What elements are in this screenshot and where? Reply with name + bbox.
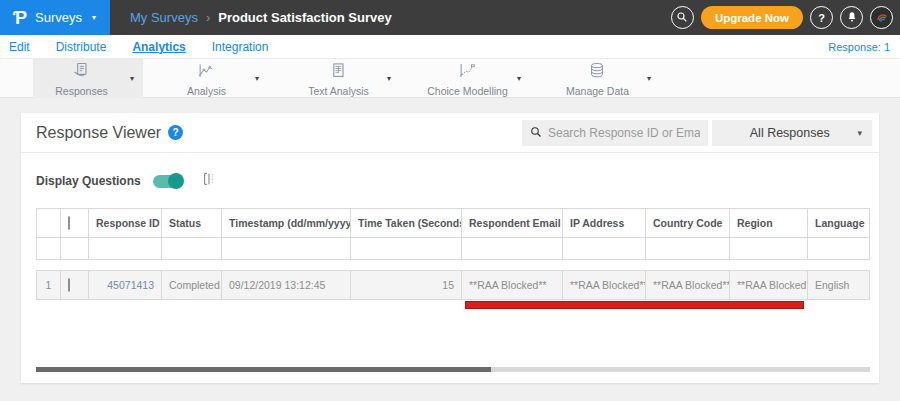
chevron-down-icon[interactable]: ▾ [647, 74, 660, 83]
cell-region: **RAA Blocked** [730, 270, 808, 300]
dropdown-selected-value: All Responses [722, 126, 857, 140]
chevron-down-icon: ▾ [857, 128, 862, 138]
toolbar-item-responses[interactable]: Responses ▾ [33, 59, 143, 98]
horizontal-scrollbar[interactable] [36, 367, 870, 372]
toolbar-item-text-analysis[interactable]: Text Analysis ▾ [290, 59, 400, 98]
question-icon: ? [818, 12, 825, 24]
table-header-row: Response ID▾ Status Timestamp (dd/mm/yyy… [36, 208, 870, 238]
responses-filter-dropdown[interactable]: All Responses ▾ [712, 120, 872, 146]
filter-cell[interactable] [222, 238, 351, 260]
response-id-link[interactable]: 45071413 [107, 279, 154, 291]
responses-table: Response ID▾ Status Timestamp (dd/mm/yyy… [36, 208, 870, 300]
chevron-down-icon[interactable]: ▾ [517, 74, 530, 83]
col-time-taken[interactable]: Time Taken (Seconds)⇅ [351, 208, 462, 238]
tab-edit[interactable]: Edit [9, 40, 30, 54]
toggle-knob [168, 173, 184, 189]
breadcrumb-my-surveys[interactable]: My Surveys [130, 10, 198, 25]
breadcrumb-separator: › [206, 10, 210, 25]
analysis-icon [196, 61, 216, 85]
filter-cell[interactable] [162, 238, 222, 260]
col-label: Region [737, 217, 773, 229]
display-questions-toggle[interactable] [153, 175, 183, 188]
columns-icon [201, 171, 217, 191]
filter-cell[interactable] [646, 238, 730, 260]
toolbar-label: Manage Data [566, 86, 629, 97]
cell-response-id[interactable]: 45071413 [89, 270, 162, 300]
search-input[interactable] [548, 126, 700, 140]
database-icon [587, 61, 607, 85]
col-label: Response ID [96, 217, 160, 229]
cell-country-code: **RAA Blocked** [646, 270, 730, 300]
col-country-code[interactable]: Country Code [646, 208, 730, 238]
filter-cell[interactable] [563, 238, 646, 260]
survey-nav: Edit Distribute Analytics Integration Re… [0, 35, 900, 59]
filter-cell[interactable] [730, 238, 808, 260]
tab-analytics[interactable]: Analytics [132, 40, 185, 54]
row-checkbox[interactable] [68, 278, 70, 292]
filter-row [36, 238, 870, 260]
col-ip-address[interactable]: IP Address [563, 208, 646, 238]
toolbar-analysis-main[interactable]: Analysis [158, 61, 255, 97]
col-region[interactable]: Region [730, 208, 808, 238]
analytics-toolbar: Responses ▾ Analysis ▾ Text Analysis ▾ [0, 59, 900, 98]
toolbar-manage-data-main[interactable]: Manage Data [548, 61, 647, 97]
notifications-button[interactable] [840, 6, 863, 29]
toolbar-responses-main[interactable]: Responses [33, 61, 130, 97]
response-count: Response: 1 [828, 41, 890, 53]
chevron-down-icon[interactable]: ▾ [387, 74, 400, 83]
page-title: Response Viewer [36, 124, 161, 142]
tab-integration[interactable]: Integration [212, 40, 269, 54]
col-label: Time Taken (Seconds) [358, 217, 462, 229]
toolbar-label: Text Analysis [308, 86, 369, 97]
cell-respondent-email: **RAA Blocked** [462, 270, 563, 300]
table-controls: Display Questions [36, 171, 217, 191]
col-label: Language [815, 217, 865, 229]
chevron-down-icon: ▾ [92, 13, 96, 22]
toolbar-label: Responses [55, 86, 108, 97]
col-respondent-email[interactable]: Respondent Email [462, 208, 563, 238]
questionpro-logo: Ƥ [13, 9, 27, 27]
responses-icon [71, 61, 91, 85]
scrollbar-thumb[interactable] [36, 367, 491, 372]
toolbar-item-analysis[interactable]: Analysis ▾ [158, 59, 268, 98]
col-label: IP Address [570, 217, 624, 229]
column-settings-button[interactable] [201, 171, 217, 191]
row-number: 1 [36, 270, 61, 300]
col-status[interactable]: Status [162, 208, 222, 238]
product-switcher[interactable]: Ƥ Surveys ▾ [0, 0, 110, 35]
filter-cell[interactable] [351, 238, 462, 260]
help-icon[interactable]: ? [168, 125, 183, 140]
cell-status: Completed [162, 270, 222, 300]
toolbar-choice-modelling-main[interactable]: Choice Modelling [418, 61, 517, 97]
search-icon [530, 124, 542, 142]
table-row[interactable]: 1 45071413 Completed 09/12/2019 13:12:45… [36, 270, 870, 300]
select-all-checkbox[interactable] [68, 216, 70, 230]
col-timestamp[interactable]: Timestamp (dd/mm/yyyy)⇅ [222, 208, 351, 238]
filter-cell[interactable] [462, 238, 563, 260]
red-highlight-annotation [465, 301, 804, 309]
account-avatar[interactable] [870, 6, 893, 29]
filter-cell[interactable] [89, 238, 162, 260]
search-button[interactable] [671, 6, 694, 29]
col-language[interactable]: Language [808, 208, 870, 238]
card-header: Response Viewer ? All Responses ▾ [21, 113, 879, 153]
chevron-down-icon[interactable]: ▾ [255, 74, 268, 83]
col-response-id[interactable]: Response ID▾ [89, 208, 162, 238]
upgrade-now-button[interactable]: Upgrade Now [701, 6, 803, 29]
tab-distribute[interactable]: Distribute [56, 40, 107, 54]
toolbar-item-manage-data[interactable]: Manage Data ▾ [548, 59, 660, 98]
toolbar-label: Choice Modelling [427, 86, 508, 97]
select-all-cell [61, 208, 89, 238]
filter-cell[interactable] [808, 238, 870, 260]
col-label: Respondent Email [469, 217, 561, 229]
filter-cell [61, 238, 89, 260]
response-search [522, 120, 708, 146]
toolbar-item-choice-modelling[interactable]: Choice Modelling ▾ [418, 59, 530, 98]
search-icon [676, 11, 688, 25]
col-label: Status [169, 217, 201, 229]
toolbar-text-analysis-main[interactable]: Text Analysis [290, 61, 387, 97]
cell-time-taken: 15 [351, 270, 462, 300]
help-button[interactable]: ? [810, 6, 833, 29]
chevron-down-icon[interactable]: ▾ [130, 74, 143, 83]
rainbow-logo-icon [875, 10, 889, 26]
